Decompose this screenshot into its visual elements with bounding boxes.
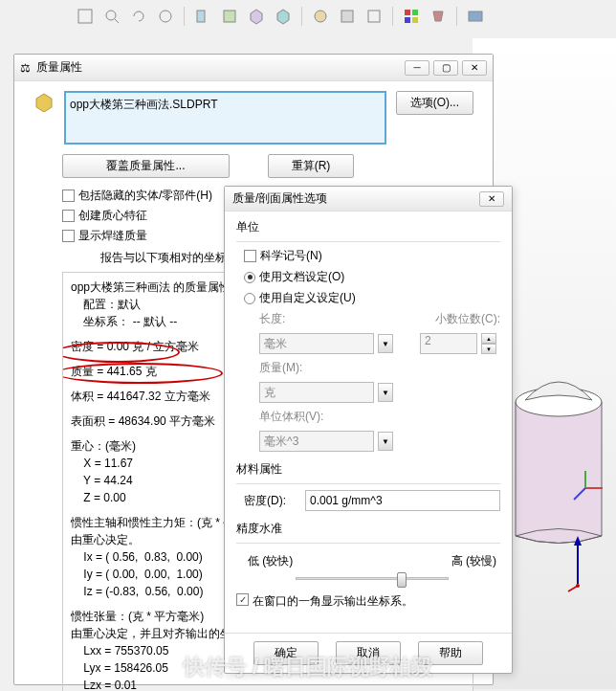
svg-rect-11: [405, 10, 410, 15]
svg-rect-13: [405, 17, 410, 23]
scientific-notation-label: 科学记号(N): [260, 248, 322, 264]
volume-combo[interactable]: 毫米^3: [259, 431, 374, 452]
svg-rect-9: [341, 11, 353, 22]
length-combo-arrow[interactable]: ▼: [378, 334, 393, 353]
svg-rect-4: [197, 11, 205, 22]
cube-icon[interactable]: [273, 6, 294, 27]
mass-properties-icon: ⚖: [20, 61, 31, 75]
scientific-notation-checkbox[interactable]: [244, 250, 256, 262]
window-header: ⚖ 质量属性 ─ ▢ ✕: [14, 55, 493, 81]
svg-rect-16: [469, 11, 482, 21]
section-icon[interactable]: [192, 6, 213, 27]
paint-icon[interactable]: [428, 6, 449, 27]
svg-point-1: [106, 11, 116, 20]
create-com-label: 创建质心特征: [78, 208, 147, 224]
results-line: Lzx = 0.01: [71, 677, 465, 691]
help-button[interactable]: 帮助: [418, 641, 483, 665]
precision-group-label: 精度水准: [236, 521, 500, 537]
mass-combo-arrow[interactable]: ▼: [378, 383, 393, 402]
file-name-input[interactable]: opp大楼第三种画法.SLDPRT: [64, 91, 386, 145]
svg-marker-22: [574, 536, 582, 546]
maximize-button[interactable]: ▢: [433, 60, 458, 76]
svg-point-3: [160, 11, 171, 22]
options-dialog: 质量/剖面属性选项 ✕ 单位 科学记号(N) 使用文档设定(O) 使用自定义设定…: [224, 186, 513, 674]
use-document-label: 使用文档设定(O): [259, 269, 344, 285]
svg-line-24: [568, 586, 578, 591]
volume-combo-arrow[interactable]: ▼: [378, 432, 393, 451]
decimals-up-button[interactable]: ▲: [481, 333, 496, 344]
show-coord-checkbox[interactable]: ✓: [236, 593, 249, 606]
show-weld-label: 显示焊缝质量: [78, 228, 147, 244]
svg-rect-0: [78, 10, 92, 23]
cancel-button[interactable]: 取消: [336, 641, 401, 665]
length-label: 长度:: [259, 311, 317, 327]
sphere-icon[interactable]: [310, 6, 331, 27]
include-hidden-checkbox[interactable]: [62, 189, 75, 202]
close-button[interactable]: ✕: [462, 60, 487, 76]
recalculate-button[interactable]: 重算(R): [268, 154, 354, 178]
decimals-down-button[interactable]: ▼: [481, 344, 496, 354]
zoom-fit-icon[interactable]: [75, 6, 96, 27]
density-label: 密度(D):: [244, 493, 301, 509]
override-mass-button[interactable]: 覆盖质量属性...: [62, 154, 230, 178]
svg-line-20: [574, 488, 585, 500]
volume-highlight-icon: [62, 363, 223, 384]
slider-low-label: 低 (较快): [248, 553, 293, 569]
use-custom-label: 使用自定义设定(U): [259, 290, 356, 306]
density-input[interactable]: 0.001 g/mm^3: [305, 490, 500, 511]
svg-rect-12: [412, 10, 418, 15]
svg-marker-15: [433, 11, 443, 21]
main-toolbar: [75, 6, 486, 27]
svg-rect-14: [412, 17, 418, 23]
minimize-button[interactable]: ─: [405, 60, 429, 76]
decimals-label: 小数位数(C):: [435, 311, 500, 327]
svg-line-2: [115, 19, 119, 23]
mass-combo[interactable]: 克: [259, 382, 374, 403]
pan-icon[interactable]: [155, 6, 176, 27]
dialog-title: 质量/剖面属性选项: [232, 190, 479, 207]
dialog-close-button[interactable]: ✕: [479, 191, 504, 207]
svg-rect-5: [224, 11, 235, 22]
svg-point-8: [315, 11, 326, 22]
wireframe-icon[interactable]: [363, 6, 385, 27]
svg-rect-10: [368, 11, 380, 22]
use-custom-radio[interactable]: [244, 293, 255, 304]
volume-label: 单位体积(V):: [259, 409, 323, 425]
decimals-input[interactable]: 2: [420, 333, 477, 354]
show-coord-label: 在窗口的一角显示输出坐标系。: [253, 593, 500, 610]
screen-icon[interactable]: [465, 6, 486, 27]
include-hidden-label: 包括隐藏的实体/零部件(H): [78, 188, 212, 204]
svg-marker-25: [36, 94, 52, 112]
create-com-checkbox[interactable]: [62, 210, 75, 222]
axis-indicator-icon: [566, 469, 605, 507]
svg-marker-7: [277, 10, 289, 24]
axis-arrow-icon: [563, 536, 592, 593]
precision-slider[interactable]: [296, 577, 449, 580]
slider-thumb[interactable]: [397, 572, 407, 588]
color-icon[interactable]: [401, 6, 422, 27]
shade-icon[interactable]: [337, 6, 358, 27]
ok-button[interactable]: 确定: [253, 641, 319, 665]
view-front-icon[interactable]: [219, 6, 240, 27]
zoom-area-icon[interactable]: [101, 6, 122, 27]
slider-high-label: 高 (较慢): [451, 553, 496, 569]
cylinder-shape-icon: [506, 345, 611, 574]
rotate-icon[interactable]: [128, 6, 149, 27]
units-group-label: 单位: [236, 219, 500, 235]
dialog-header: 质量/剖面属性选项 ✕: [225, 187, 512, 212]
use-document-radio[interactable]: [244, 272, 255, 283]
svg-marker-6: [251, 10, 262, 24]
part-file-icon: [33, 91, 55, 112]
options-button[interactable]: 选项(O)...: [396, 91, 473, 115]
mass-label: 质量(M):: [259, 360, 317, 376]
window-title: 质量属性: [36, 59, 405, 76]
show-weld-checkbox[interactable]: [62, 230, 75, 242]
view-iso-icon[interactable]: [246, 6, 267, 27]
material-group-label: 材料属性: [236, 461, 500, 478]
length-combo[interactable]: 毫米: [259, 333, 374, 354]
